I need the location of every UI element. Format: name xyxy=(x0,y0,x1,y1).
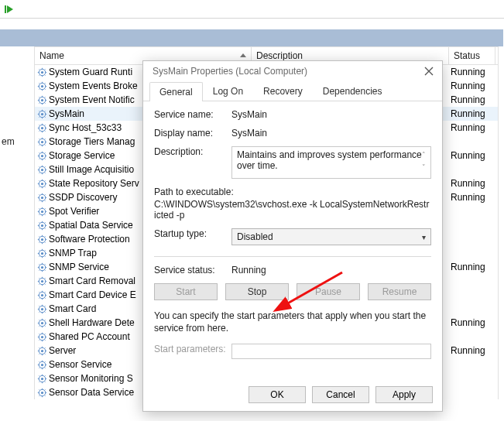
gear-icon xyxy=(35,122,49,133)
svg-point-202 xyxy=(40,350,43,352)
svg-line-80 xyxy=(44,167,45,168)
svg-point-232 xyxy=(40,392,43,394)
label-start-params: Start parameters: xyxy=(154,344,231,359)
svg-point-92 xyxy=(40,197,43,199)
svg-line-48 xyxy=(44,131,45,132)
svg-line-177 xyxy=(39,306,39,307)
svg-line-229 xyxy=(39,382,39,382)
svg-line-128 xyxy=(44,242,45,243)
svg-line-87 xyxy=(39,181,39,182)
svg-point-32 xyxy=(40,113,43,115)
gear-icon xyxy=(35,234,49,245)
svg-line-230 xyxy=(44,376,45,377)
svg-line-19 xyxy=(39,89,39,90)
description-scroll[interactable]: ˄˅ xyxy=(422,149,426,171)
svg-line-37 xyxy=(39,111,39,112)
svg-point-212 xyxy=(40,364,43,366)
pause-button[interactable]: Pause xyxy=(297,283,360,300)
gear-icon xyxy=(35,192,49,203)
window-titlebar-band xyxy=(0,29,503,46)
service-status: Running xyxy=(451,108,485,119)
label-description: Description: xyxy=(154,146,231,179)
svg-point-82 xyxy=(40,183,43,185)
svg-line-179 xyxy=(39,312,39,313)
svg-point-162 xyxy=(40,294,43,296)
value-description: Maintains and improves system performanc… xyxy=(237,149,422,171)
svg-line-239 xyxy=(39,395,39,396)
svg-line-108 xyxy=(44,214,45,215)
svg-line-8 xyxy=(44,75,45,76)
svg-point-102 xyxy=(40,210,43,213)
startup-type-select[interactable]: Disabled ▾ xyxy=(231,228,431,245)
gear-icon xyxy=(35,67,49,77)
gear-icon xyxy=(35,108,49,119)
svg-line-110 xyxy=(44,209,45,210)
svg-point-182 xyxy=(40,322,43,324)
gear-icon xyxy=(35,276,49,286)
svg-line-88 xyxy=(44,187,45,187)
svg-line-9 xyxy=(39,75,39,76)
svg-line-159 xyxy=(39,284,39,285)
svg-line-90 xyxy=(44,181,45,182)
svg-point-132 xyxy=(40,252,43,255)
svg-line-167 xyxy=(39,293,39,293)
svg-line-120 xyxy=(44,223,45,224)
svg-line-180 xyxy=(44,306,45,307)
column-status[interactable]: Status xyxy=(449,47,495,64)
apply-button[interactable]: Apply xyxy=(375,386,433,403)
svg-line-29 xyxy=(39,103,39,104)
svg-line-78 xyxy=(44,173,45,173)
service-status: Running xyxy=(451,192,485,203)
label-service-name: Service name: xyxy=(154,109,231,120)
svg-line-69 xyxy=(39,159,39,159)
svg-line-168 xyxy=(44,298,45,299)
svg-line-240 xyxy=(44,390,45,391)
tab-general[interactable]: General xyxy=(149,82,203,101)
svg-point-172 xyxy=(40,308,43,310)
stop-button[interactable]: Stop xyxy=(225,283,289,300)
svg-line-237 xyxy=(39,390,39,391)
gear-icon xyxy=(35,359,49,370)
value-service-name: SysMain xyxy=(231,109,431,120)
svg-line-59 xyxy=(39,145,39,145)
svg-line-140 xyxy=(44,251,45,252)
svg-line-197 xyxy=(39,334,39,335)
svg-line-170 xyxy=(44,293,45,293)
svg-line-158 xyxy=(44,284,45,285)
tab-dependencies[interactable]: Dependencies xyxy=(313,81,393,101)
tab-logon[interactable]: Log On xyxy=(203,81,253,101)
toolbar xyxy=(0,0,504,19)
label-path: Path to executable: xyxy=(154,187,431,197)
cancel-button[interactable]: Cancel xyxy=(312,386,369,403)
gear-icon xyxy=(35,373,49,384)
svg-line-89 xyxy=(39,187,39,187)
value-display-name: SysMain xyxy=(231,128,431,139)
play-icon[interactable] xyxy=(5,4,15,15)
close-icon[interactable] xyxy=(423,66,434,77)
ok-button[interactable]: OK xyxy=(249,386,306,403)
gear-icon xyxy=(35,303,49,314)
svg-line-138 xyxy=(44,256,45,257)
svg-line-210 xyxy=(44,348,45,349)
service-status: Running xyxy=(451,317,485,328)
svg-line-148 xyxy=(44,270,45,271)
svg-line-77 xyxy=(39,167,39,168)
svg-line-139 xyxy=(39,256,39,257)
dialog-titlebar: SysMain Properties (Local Computer) xyxy=(143,61,442,80)
start-params-input[interactable] xyxy=(231,344,431,359)
resume-button[interactable]: Resume xyxy=(368,283,431,300)
properties-dialog: SysMain Properties (Local Computer) Gene… xyxy=(142,60,443,412)
svg-line-149 xyxy=(39,270,39,271)
value-path: C:\WINDOWS\system32\svchost.exe -k Local… xyxy=(154,199,431,221)
svg-point-142 xyxy=(40,266,43,269)
gear-icon xyxy=(35,80,49,91)
svg-rect-0 xyxy=(5,5,6,13)
svg-line-30 xyxy=(44,98,45,98)
start-button[interactable]: Start xyxy=(154,283,218,300)
service-status: Running xyxy=(451,150,485,161)
gear-icon xyxy=(35,289,49,300)
tab-recovery[interactable]: Recovery xyxy=(253,81,313,101)
svg-point-112 xyxy=(40,224,43,227)
service-status: Running xyxy=(451,67,485,77)
svg-line-58 xyxy=(44,145,45,145)
